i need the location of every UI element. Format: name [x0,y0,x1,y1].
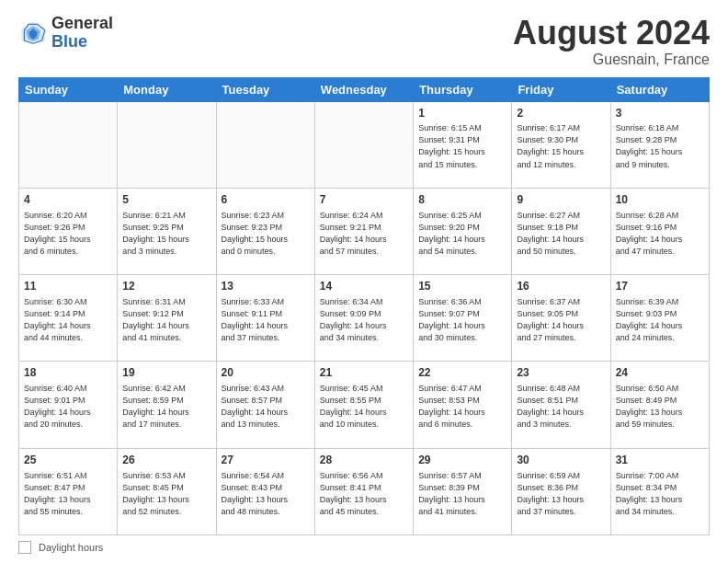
day-number: 19 [122,365,210,381]
daylight-label: Daylight hours [39,542,103,553]
calendar-cell: 15Sunrise: 6:36 AM Sunset: 9:07 PM Dayli… [414,275,512,362]
day-number: 30 [517,453,605,468]
subtitle: Guesnain, France [513,52,710,68]
day-info: Sunrise: 6:53 AM Sunset: 8:45 PM Dayligh… [122,470,210,518]
day-info: Sunrise: 6:28 AM Sunset: 9:16 PM Dayligh… [616,210,704,258]
weekday-header-thursday: Thursday [414,77,512,101]
day-info: Sunrise: 6:40 AM Sunset: 9:01 PM Dayligh… [24,383,112,431]
day-info: Sunrise: 6:50 AM Sunset: 8:49 PM Dayligh… [616,383,704,431]
day-info: Sunrise: 6:43 AM Sunset: 8:57 PM Dayligh… [222,383,310,431]
day-number: 14 [320,279,408,294]
day-number: 3 [616,106,704,121]
day-number: 6 [222,192,310,208]
day-info: Sunrise: 6:15 AM Sunset: 9:31 PM Dayligh… [418,122,506,170]
day-info: Sunrise: 6:34 AM Sunset: 9:09 PM Dayligh… [320,296,408,344]
day-number: 25 [24,453,112,468]
calendar-cell: 9Sunrise: 6:27 AM Sunset: 9:18 PM Daylig… [512,188,610,274]
day-info: Sunrise: 6:48 AM Sunset: 8:51 PM Dayligh… [517,383,605,431]
footer: Daylight hours [18,541,710,554]
calendar-cell: 26Sunrise: 6:53 AM Sunset: 8:45 PM Dayli… [118,448,216,534]
day-number: 23 [517,365,605,381]
logo: General Blue [18,15,113,52]
day-number: 5 [122,192,210,208]
day-info: Sunrise: 6:59 AM Sunset: 8:36 PM Dayligh… [517,470,605,518]
weekday-header-sunday: Sunday [19,77,118,101]
calendar-cell: 16Sunrise: 6:37 AM Sunset: 9:05 PM Dayli… [512,275,610,362]
weekday-header-wednesday: Wednesday [314,77,413,101]
calendar-cell: 19Sunrise: 6:42 AM Sunset: 8:59 PM Dayli… [118,362,216,448]
calendar-cell: 13Sunrise: 6:33 AM Sunset: 9:11 PM Dayli… [216,275,314,362]
day-number: 12 [122,279,210,294]
week-row-2: 4Sunrise: 6:20 AM Sunset: 9:26 PM Daylig… [19,188,710,274]
calendar-cell: 10Sunrise: 6:28 AM Sunset: 9:16 PM Dayli… [610,188,709,274]
day-number: 22 [418,365,506,381]
day-number: 15 [418,279,506,294]
day-info: Sunrise: 6:21 AM Sunset: 9:25 PM Dayligh… [122,210,210,258]
title-block: August 2024 Guesnain, France [513,15,710,68]
calendar-cell: 29Sunrise: 6:57 AM Sunset: 8:39 PM Dayli… [414,448,512,534]
calendar-cell: 5Sunrise: 6:21 AM Sunset: 9:25 PM Daylig… [118,188,216,274]
day-number: 18 [24,365,112,381]
calendar-cell: 23Sunrise: 6:48 AM Sunset: 8:51 PM Dayli… [512,362,610,448]
calendar-cell: 28Sunrise: 6:56 AM Sunset: 8:41 PM Dayli… [314,448,413,534]
week-row-4: 18Sunrise: 6:40 AM Sunset: 9:01 PM Dayli… [19,362,710,448]
calendar-cell: 8Sunrise: 6:25 AM Sunset: 9:20 PM Daylig… [414,188,512,274]
calendar-table: SundayMondayTuesdayWednesdayThursdayFrid… [18,77,710,535]
logo-general: General [51,15,113,33]
calendar-cell: 11Sunrise: 6:30 AM Sunset: 9:14 PM Dayli… [19,275,118,362]
weekday-header-saturday: Saturday [610,77,709,101]
day-number: 17 [616,279,704,294]
day-number: 10 [616,192,704,208]
day-info: Sunrise: 6:36 AM Sunset: 9:07 PM Dayligh… [418,296,506,344]
day-info: Sunrise: 7:00 AM Sunset: 8:34 PM Dayligh… [616,470,704,518]
calendar-cell: 3Sunrise: 6:18 AM Sunset: 9:28 PM Daylig… [610,101,709,188]
day-number: 21 [320,365,408,381]
calendar-cell [216,101,314,188]
day-info: Sunrise: 6:18 AM Sunset: 9:28 PM Dayligh… [616,122,704,170]
day-number: 20 [222,365,310,381]
calendar-cell: 6Sunrise: 6:23 AM Sunset: 9:23 PM Daylig… [216,188,314,274]
day-info: Sunrise: 6:30 AM Sunset: 9:14 PM Dayligh… [24,296,112,344]
day-number: 28 [320,453,408,468]
daylight-box [18,541,31,554]
calendar-cell [314,101,413,188]
logo-text: General Blue [51,15,113,52]
logo-icon [18,18,48,48]
day-number: 16 [517,279,605,294]
week-row-3: 11Sunrise: 6:30 AM Sunset: 9:14 PM Dayli… [19,275,710,362]
day-number: 7 [320,192,408,208]
calendar-cell: 22Sunrise: 6:47 AM Sunset: 8:53 PM Dayli… [414,362,512,448]
calendar-cell: 14Sunrise: 6:34 AM Sunset: 9:09 PM Dayli… [314,275,413,362]
day-info: Sunrise: 6:17 AM Sunset: 9:30 PM Dayligh… [517,122,605,170]
calendar-cell [118,101,216,188]
day-info: Sunrise: 6:54 AM Sunset: 8:43 PM Dayligh… [222,470,310,518]
calendar-cell: 1Sunrise: 6:15 AM Sunset: 9:31 PM Daylig… [414,101,512,188]
day-number: 27 [222,453,310,468]
day-number: 11 [24,279,112,294]
calendar-cell [19,101,118,188]
weekday-header-tuesday: Tuesday [216,77,314,101]
day-info: Sunrise: 6:27 AM Sunset: 9:18 PM Dayligh… [517,210,605,258]
day-info: Sunrise: 6:47 AM Sunset: 8:53 PM Dayligh… [418,383,506,431]
week-row-5: 25Sunrise: 6:51 AM Sunset: 8:47 PM Dayli… [19,448,710,534]
day-info: Sunrise: 6:45 AM Sunset: 8:55 PM Dayligh… [320,383,408,431]
calendar-cell: 30Sunrise: 6:59 AM Sunset: 8:36 PM Dayli… [512,448,610,534]
day-number: 2 [517,106,605,121]
calendar-cell: 12Sunrise: 6:31 AM Sunset: 9:12 PM Dayli… [118,275,216,362]
day-info: Sunrise: 6:39 AM Sunset: 9:03 PM Dayligh… [616,296,704,344]
day-number: 31 [616,453,704,468]
day-info: Sunrise: 6:25 AM Sunset: 9:20 PM Dayligh… [418,210,506,258]
weekday-header-friday: Friday [512,77,610,101]
calendar-cell: 27Sunrise: 6:54 AM Sunset: 8:43 PM Dayli… [216,448,314,534]
day-info: Sunrise: 6:51 AM Sunset: 8:47 PM Dayligh… [24,470,112,518]
weekday-header-row: SundayMondayTuesdayWednesdayThursdayFrid… [19,77,710,101]
day-info: Sunrise: 6:37 AM Sunset: 9:05 PM Dayligh… [517,296,605,344]
day-info: Sunrise: 6:42 AM Sunset: 8:59 PM Dayligh… [122,383,210,431]
day-info: Sunrise: 6:57 AM Sunset: 8:39 PM Dayligh… [418,470,506,518]
day-info: Sunrise: 6:20 AM Sunset: 9:26 PM Dayligh… [24,210,112,258]
calendar-cell: 18Sunrise: 6:40 AM Sunset: 9:01 PM Dayli… [19,362,118,448]
calendar-cell: 2Sunrise: 6:17 AM Sunset: 9:30 PM Daylig… [512,101,610,188]
calendar-cell: 24Sunrise: 6:50 AM Sunset: 8:49 PM Dayli… [610,362,709,448]
month-title: August 2024 [513,15,710,52]
day-number: 4 [24,192,112,208]
